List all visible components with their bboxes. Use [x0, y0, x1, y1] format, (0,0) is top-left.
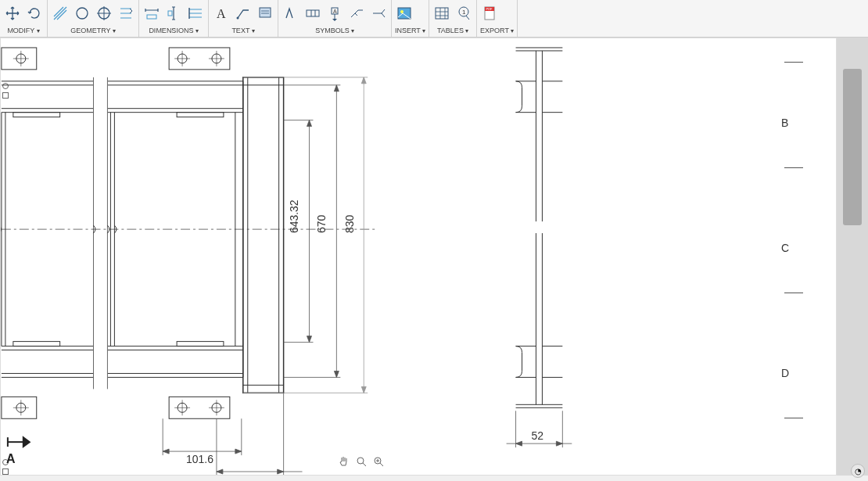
dim-v3-text[interactable]: 830 [343, 215, 356, 234]
dim-830 [243, 77, 368, 393]
svg-rect-32 [177, 113, 224, 117]
section-arrow-a [8, 437, 30, 447]
leader-icon[interactable] [234, 4, 253, 23]
zone-c: C [781, 242, 789, 254]
group-dimensions: DIMENSIONS [139, 0, 209, 37]
ribbon-toolbar: MODIFY GEOMETRY DIMENSIONS A TEXT A [0, 0, 868, 38]
geometry-label[interactable]: GEOMETRY [51, 25, 135, 36]
text-label[interactable]: TEXT [212, 25, 274, 36]
zone-tick [784, 62, 803, 63]
linear-dim-icon[interactable] [142, 4, 161, 23]
dim-v1-text[interactable]: 643.32 [288, 199, 300, 233]
group-insert: INSERT [392, 0, 429, 37]
svg-rect-7 [307, 10, 319, 16]
rotate-icon[interactable] [25, 4, 44, 23]
taper-icon[interactable] [369, 4, 388, 23]
modify-label[interactable]: MODIFY [3, 25, 44, 36]
svg-rect-3 [168, 11, 172, 16]
svg-point-11 [400, 10, 404, 13]
svg-text:A: A [217, 7, 226, 20]
svg-rect-19 [93, 77, 107, 389]
view-controls [337, 454, 386, 468]
bracket-bot-left [2, 397, 37, 418]
svg-rect-2 [147, 15, 156, 19]
dim-101 [163, 418, 242, 455]
svg-rect-12 [436, 8, 448, 19]
zone-tick [784, 293, 803, 293]
table-icon[interactable] [432, 4, 451, 23]
dim-h1-text[interactable]: 101.6 [186, 453, 213, 465]
balloon-icon[interactable]: 1 [454, 4, 473, 23]
svg-rect-33 [13, 342, 60, 346]
svg-point-36 [357, 458, 364, 464]
dim-h2-text[interactable]: 111.12 [232, 474, 266, 475]
offset-icon[interactable] [117, 4, 135, 23]
section-label-a[interactable]: A [6, 452, 16, 465]
zone-tick [784, 167, 803, 168]
svg-rect-6 [260, 8, 271, 17]
baseline-dim-icon[interactable] [186, 4, 205, 23]
bracket-top-right [169, 48, 230, 70]
svg-point-0 [77, 8, 88, 19]
group-tables: 1 TABLES [429, 0, 477, 37]
vertical-scrollbar[interactable] [837, 38, 868, 476]
insert-label[interactable]: INSERT [395, 25, 425, 36]
svg-rect-35 [531, 222, 547, 232]
zone-d: D [781, 367, 789, 379]
hatch-icon[interactable] [51, 4, 70, 23]
dim-h3-text[interactable]: 52 [531, 429, 543, 442]
pan-icon[interactable] [337, 454, 351, 468]
text-icon[interactable]: A [212, 4, 231, 23]
svg-text:1: 1 [462, 9, 466, 16]
weld-icon[interactable] [347, 4, 366, 23]
drawing-svg: 643.32 670 830 101.6 111.12 52 A [1, 38, 836, 475]
svg-rect-18 [2, 81, 243, 350]
surface-finish-icon[interactable] [282, 4, 300, 23]
zone-b: B [781, 117, 788, 129]
circle-icon[interactable] [73, 4, 91, 23]
symbols-label[interactable]: SYMBOLS [282, 25, 388, 36]
svg-rect-31 [13, 113, 60, 117]
bracket-top-left [2, 48, 37, 70]
dimensions-label[interactable]: DIMENSIONS [142, 25, 205, 36]
side-view [516, 48, 563, 407]
svg-text:PDF: PDF [486, 7, 493, 11]
group-text: A TEXT [209, 0, 278, 37]
tables-label[interactable]: TABLES [432, 25, 473, 36]
scrollbar-thumb[interactable] [843, 69, 862, 225]
gdt-frame-icon[interactable] [303, 4, 322, 23]
datum-icon[interactable]: A [325, 4, 344, 23]
zoom-fit-icon[interactable] [354, 454, 368, 468]
svg-rect-20 [243, 77, 284, 393]
group-symbols: A SYMBOLS [278, 0, 392, 37]
zone-tick [784, 418, 803, 418]
dim-v2-text[interactable]: 670 [315, 215, 328, 234]
svg-rect-34 [177, 342, 224, 346]
zoom-window-icon[interactable] [371, 454, 386, 468]
bracket-bot-right [169, 397, 230, 418]
note-icon[interactable] [256, 4, 274, 23]
group-export: PDF EXPORT [477, 0, 518, 37]
svg-text:A: A [333, 9, 337, 14]
move-icon[interactable] [3, 4, 22, 23]
export-label[interactable]: EXPORT [480, 25, 514, 36]
group-modify: MODIFY [0, 0, 48, 37]
group-geometry: GEOMETRY [48, 0, 139, 37]
image-icon[interactable] [395, 4, 414, 23]
help-icon[interactable]: ◔ [851, 464, 865, 478]
aligned-dim-icon[interactable] [164, 4, 183, 23]
center-mark-icon[interactable] [95, 4, 113, 23]
pdf-icon[interactable]: PDF [480, 4, 499, 23]
svg-point-5 [237, 17, 239, 20]
drawing-canvas[interactable]: 643.32 670 830 101.6 111.12 52 A B C D [0, 38, 837, 476]
